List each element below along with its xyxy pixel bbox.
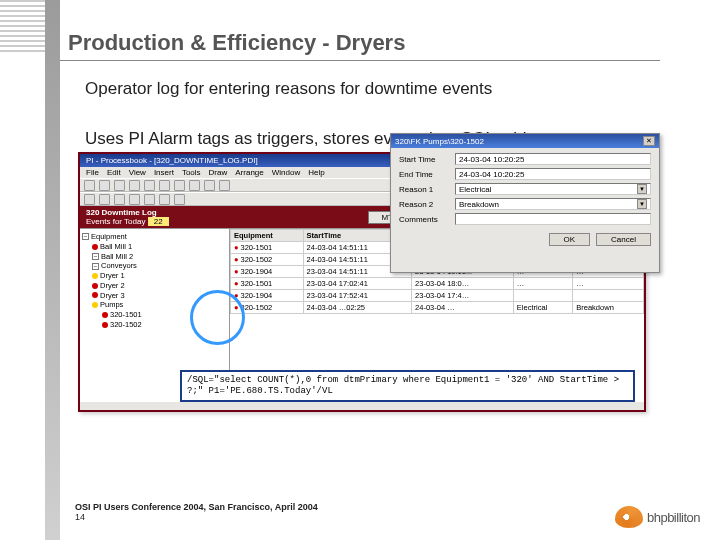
- reason2-value: Breakdown: [459, 200, 499, 209]
- tool-icon[interactable]: [129, 180, 140, 191]
- logo-text: bhpbilliton: [647, 510, 700, 525]
- log-title: 320 Downtime Log: [86, 208, 169, 217]
- table-row[interactable]: 320-190423-03-04 17:52:4123-03-04 17:4…: [231, 290, 644, 302]
- reason1-combo[interactable]: Electrical ▼: [455, 183, 651, 195]
- tree-label: 320-1502: [110, 320, 142, 330]
- menu-arrange[interactable]: Arrange: [235, 168, 263, 177]
- tool-icon[interactable]: [159, 180, 170, 191]
- dialog-title: 320\FK Pumps\320-1502: [395, 137, 484, 146]
- close-icon[interactable]: ✕: [643, 136, 655, 146]
- tool-icon[interactable]: [204, 180, 215, 191]
- logo: bhpbilliton: [615, 506, 700, 528]
- menu-file[interactable]: File: [86, 168, 99, 177]
- tool-icon[interactable]: [114, 194, 125, 205]
- reason2-combo[interactable]: Breakdown ▼: [455, 198, 651, 210]
- tool-icon[interactable]: [189, 180, 200, 191]
- tree-node[interactable]: Dryer 1: [92, 271, 227, 281]
- events-label: Events for Today: [86, 217, 145, 226]
- chevron-down-icon: ▼: [637, 199, 647, 209]
- menu-insert[interactable]: Insert: [154, 168, 174, 177]
- column-header[interactable]: Equipment: [231, 230, 304, 242]
- cell: 24-03-04 …: [412, 302, 514, 314]
- menu-edit[interactable]: Edit: [107, 168, 121, 177]
- cell: 320-1904: [231, 266, 304, 278]
- cell: 320-1502: [231, 254, 304, 266]
- bullet-1: Operator log for entering reasons for do…: [85, 78, 645, 99]
- status-red-icon: [92, 292, 98, 298]
- cell: 23-03-04 17:02:41: [303, 278, 411, 290]
- tool-icon[interactable]: [144, 194, 155, 205]
- ok-button[interactable]: OK: [549, 233, 591, 246]
- status-yellow-icon: [92, 273, 98, 279]
- tree-label: Conveyors: [101, 261, 137, 271]
- menu-tools[interactable]: Tools: [182, 168, 201, 177]
- tool-icon[interactable]: [99, 194, 110, 205]
- tool-icon[interactable]: [219, 180, 230, 191]
- status-red-icon: [92, 244, 98, 250]
- tool-icon[interactable]: [129, 194, 140, 205]
- tool-icon[interactable]: [144, 180, 155, 191]
- tree-node[interactable]: Dryer 3: [92, 291, 227, 301]
- slide-number: 14: [75, 512, 318, 522]
- tree-node[interactable]: Dryer 2: [92, 281, 227, 291]
- cell: 23-03-04 17:4…: [412, 290, 514, 302]
- table-row[interactable]: 320-150123-03-04 17:02:4123-03-04 18:0………: [231, 278, 644, 290]
- tree-label: 320-1501: [110, 310, 142, 320]
- tree-node[interactable]: –Ball Mill 2: [92, 252, 227, 262]
- cancel-button[interactable]: Cancel: [596, 233, 651, 246]
- tree-node[interactable]: –Conveyors: [92, 261, 227, 271]
- cell: …: [573, 278, 644, 290]
- start-time-value: 24-03-04 10:20:25: [455, 153, 651, 165]
- tool-icon[interactable]: [174, 180, 185, 191]
- comments-field[interactable]: [455, 213, 651, 225]
- tool-icon[interactable]: [174, 194, 185, 205]
- cell: [513, 290, 572, 302]
- cell: 320-1502: [231, 302, 304, 314]
- table-row[interactable]: 320-150224-03-04 …02:2524-03-04 …Electri…: [231, 302, 644, 314]
- footer-text: OSI PI Users Conference 2004, San Franci…: [75, 502, 318, 512]
- tree-label: Dryer 3: [100, 291, 125, 301]
- tool-icon[interactable]: [84, 194, 95, 205]
- cell: 320-1501: [231, 278, 304, 290]
- menu-draw[interactable]: Draw: [209, 168, 228, 177]
- tool-icon[interactable]: [99, 180, 110, 191]
- cell: 23-03-04 17:52:41: [303, 290, 411, 302]
- tree-node[interactable]: –Equipment: [82, 232, 227, 242]
- menu-view[interactable]: View: [129, 168, 146, 177]
- cell: Electrical: [513, 302, 572, 314]
- tree-label: Ball Mill 2: [101, 252, 133, 262]
- status-red-icon: [92, 283, 98, 289]
- cell: 320-1501: [231, 242, 304, 254]
- collapse-icon: –: [92, 253, 99, 260]
- tree-node[interactable]: Pumps: [92, 300, 227, 310]
- tree-label: Dryer 2: [100, 281, 125, 291]
- menu-window[interactable]: Window: [272, 168, 300, 177]
- window-title: PI - Processbook - [320_DOWNTIME_LOG.PDI…: [86, 156, 258, 165]
- sql-callout: /SQL="select COUNT(*),0 from dtmPrimary …: [180, 370, 635, 402]
- dialog-titlebar: 320\FK Pumps\320-1502 ✕: [391, 134, 659, 148]
- page-title: Production & Efficiency - Dryers: [68, 30, 405, 56]
- cell: 24-03-04 …02:25: [303, 302, 411, 314]
- collapse-icon: –: [82, 233, 89, 240]
- chevron-down-icon: ▼: [637, 184, 647, 194]
- cell: [573, 290, 644, 302]
- start-time-label: Start Time: [399, 155, 449, 164]
- end-time-value: 24-03-04 10:20:25: [455, 168, 651, 180]
- tree-node[interactable]: 320-1501: [102, 310, 227, 320]
- tool-icon[interactable]: [84, 180, 95, 191]
- corner-stripes: [0, 0, 45, 55]
- cell: Breakdown: [573, 302, 644, 314]
- logo-icon: [615, 506, 643, 528]
- end-time-label: End Time: [399, 170, 449, 179]
- tool-icon[interactable]: [114, 180, 125, 191]
- tree-label: Equipment: [91, 232, 127, 242]
- events-count: 22: [148, 217, 169, 226]
- status-yellow-icon: [92, 302, 98, 308]
- cell: 320-1904: [231, 290, 304, 302]
- tool-icon[interactable]: [159, 194, 170, 205]
- status-red-icon: [102, 322, 108, 328]
- menu-help[interactable]: Help: [308, 168, 324, 177]
- tree-node[interactable]: 320-1502: [102, 320, 227, 330]
- tree-node[interactable]: Ball Mill 1: [92, 242, 227, 252]
- tree-label: Ball Mill 1: [100, 242, 132, 252]
